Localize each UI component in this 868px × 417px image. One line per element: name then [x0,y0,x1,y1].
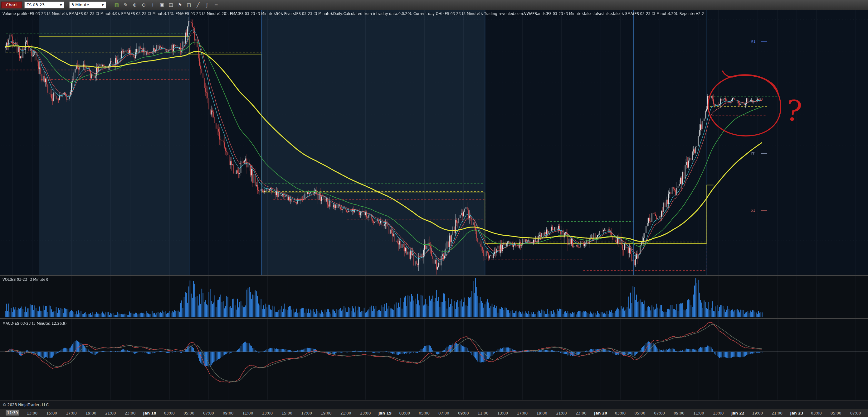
time-axis-label: 21:00 [105,411,116,415]
toolbar: Chart ES 03-23 ▼ 3 Minute ▼ ▥✎⊕⊖+▣▤⚑◫╱ƒ≡ [0,0,868,10]
time-axis-label: 19:00 [752,411,763,415]
chevron-down-icon: ▼ [60,3,62,6]
crosshair-icon[interactable]: + [149,1,157,9]
zoom-out-icon[interactable]: ⊖ [140,1,148,9]
time-axis-label: 19:00 [536,411,547,415]
volume-panel-label: VOL(ES 03-23 (3 Minute)) [2,277,49,282]
flag-icon[interactable]: ⚑ [176,1,184,9]
time-axis-label: 09:00 [674,411,685,415]
time-axis-label: 19:00 [321,411,332,415]
time-axis-label: 23:00 [125,411,136,415]
time-axis-label: 03:00 [399,411,410,415]
time-axis-label: 05:00 [634,411,645,415]
time-axis-label: 21:00 [772,411,782,415]
time-axis-label: Jan 22 [731,411,744,415]
time-axis-label: 15:00 [46,411,57,415]
time-axis-label: 05:00 [831,411,841,415]
time-axis[interactable]: 11:3913:0015:0017:0019:0021:0023:00Jan 1… [0,409,868,417]
price-panel-indicator-label: Volume profile(ES 03-23 (3 Minute)), EMA… [2,11,704,16]
time-axis-label: 19:00 [86,411,96,415]
trendline-icon[interactable]: ╱ [194,1,202,9]
interval-select-value: 3 Minute [71,2,89,7]
status-bar: © 2023 NinjaTrader, LLC [0,400,868,409]
time-axis-label: Jan 23 [790,411,803,415]
time-axis-label: 23:00 [360,411,371,415]
function-icon[interactable]: ƒ [204,1,211,9]
time-axis-label: 05:00 [183,411,194,415]
time-axis-label: 11:00 [693,411,704,415]
time-axis-label: 21:00 [556,411,567,415]
time-axis-label: 05:00 [419,411,430,415]
instrument-select-value: ES 03-23 [27,2,44,7]
time-axis-label: 07:00 [438,411,449,415]
bar-type-icon[interactable]: ◫ [185,1,193,9]
time-axis-label: 13:00 [713,411,724,415]
export-icon[interactable]: ▤ [167,1,175,9]
time-axis-label: 07:00 [654,411,665,415]
time-axis-label: 17:00 [66,411,77,415]
time-axis-label: 13:00 [27,411,38,415]
time-axis-label: 09:00 [458,411,469,415]
pencil-icon[interactable]: ✎ [122,1,129,9]
macd-panel-label: MACD(ES 03-23 (3 Minute),12,26,9) [2,321,67,326]
instrument-select[interactable]: ES 03-23 ▼ [24,2,64,8]
copyright-text: © 2023 NinjaTrader, LLC [2,403,49,407]
time-axis-label: 21:00 [340,411,351,415]
chart-style-icon[interactable]: ▥ [113,1,120,9]
time-axis-label: 13:00 [497,411,508,415]
time-axis-label: Jan 19 [378,411,392,415]
time-axis-label: 07:00 [203,411,214,415]
time-axis-label: 17:00 [301,411,312,415]
chevron-down-icon: ▼ [102,3,104,6]
time-axis-label: Jan 18 [143,411,156,415]
time-axis-label: 09:00 [223,411,234,415]
time-axis-label: Jan 20 [594,411,607,415]
time-axis-label: 23:00 [576,411,587,415]
chart-canvas[interactable] [0,10,868,400]
chart-workspace-tab[interactable]: Chart [1,2,22,8]
time-axis-label: 11:00 [478,411,489,415]
time-axis-label: 17:00 [517,411,528,415]
time-axis-label: 11:39 [6,411,19,415]
time-axis-label: 03:00 [615,411,626,415]
objects-icon[interactable]: ≡ [213,1,220,9]
interval-select[interactable]: 3 Minute ▼ [69,2,106,8]
toolbar-icon-row: ▥✎⊕⊖+▣▤⚑◫╱ƒ≡ [113,1,220,9]
time-axis-label: 03:00 [811,411,822,415]
time-axis-label: 11:00 [242,411,253,415]
time-axis-label: 15:00 [281,411,292,415]
snapshot-icon[interactable]: ▣ [158,1,166,9]
time-axis-label: 13:00 [262,411,273,415]
time-axis-label: 07:00 [850,411,861,415]
zoom-in-icon[interactable]: ⊕ [131,1,138,9]
time-axis-label: 03:00 [164,411,175,415]
